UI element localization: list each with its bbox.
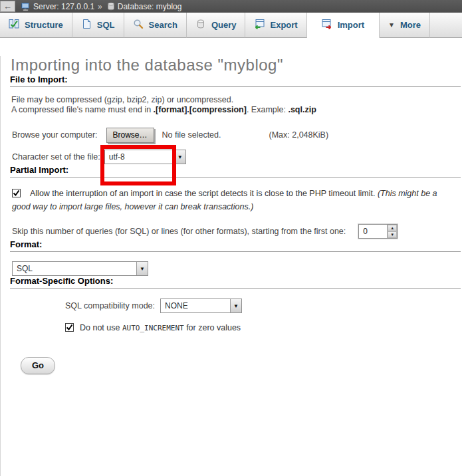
no-file-text: No file selected.	[162, 130, 221, 140]
structure-icon	[9, 19, 19, 31]
chevron-down-icon: ▼	[388, 21, 395, 29]
sql-compatibility-value: NONE	[161, 299, 230, 312]
back-arrow-icon: ←	[3, 2, 12, 11]
tab-label: Import	[338, 20, 364, 30]
phpmyadmin-import-page: ← Server: 127.0.0.1 » Database: myblog S…	[0, 0, 462, 476]
tab-label: Structure	[25, 20, 63, 30]
tab-label: Export	[270, 20, 297, 30]
breadcrumb-server[interactable]: Server: 127.0.0.1	[33, 2, 94, 11]
page-title: Importing into the database "myblog"	[11, 56, 462, 74]
tab-query[interactable]: Query	[187, 13, 246, 38]
section-format-specific-options: Format-Specific Options:	[10, 276, 461, 289]
tab-label: Search	[149, 20, 177, 30]
note-format-pattern: .[format].[compression]	[154, 105, 247, 114]
server-icon	[21, 2, 31, 11]
breadcrumb-bar: ← Server: 127.0.0.1 » Database: myblog	[0, 0, 462, 13]
charset-select[interactable]: utf-8 ▼	[104, 150, 186, 164]
dropdown-arrow-icon: ▼	[136, 262, 148, 275]
tab-bar-filler	[430, 13, 462, 38]
tab-label: SQL	[97, 20, 115, 30]
auto-increment-checkbox[interactable]	[65, 323, 74, 332]
tab-more[interactable]: ▼ More	[380, 13, 430, 38]
format-select[interactable]: SQL ▼	[12, 261, 148, 276]
note-line2-mid: . Example:	[247, 105, 289, 114]
sql-compatibility-select[interactable]: NONE ▼	[160, 298, 242, 313]
skip-queries-input[interactable]: 0 ▲ ▼	[358, 224, 398, 239]
note-line2-prefix: A compressed file's name must end in	[11, 105, 154, 114]
dropdown-arrow-icon: ▼	[174, 150, 185, 164]
charset-selected-value: utf-8	[105, 150, 174, 164]
tab-structure[interactable]: Structure	[0, 13, 72, 38]
note-line1: File may be compressed (gzip, bzip2, zip…	[11, 95, 233, 104]
database-icon	[107, 2, 115, 11]
back-button[interactable]: ←	[0, 1, 15, 12]
browse-button[interactable]: Browse…	[106, 128, 154, 143]
browse-row: Browse your computer: Browse… No file se…	[12, 126, 462, 144]
breadcrumb-database[interactable]: Database: myblog	[118, 2, 182, 11]
breadcrumb-separator: »	[98, 2, 102, 11]
tab-label: More	[400, 20, 421, 30]
spinner-buttons: ▲ ▼	[387, 225, 397, 238]
partial-import-option: Allow the interruption of an import in c…	[12, 187, 450, 213]
skip-queries-value: 0	[359, 225, 387, 238]
go-button[interactable]: Go	[21, 357, 55, 374]
tab-bar: Structure SQL Search Query Export	[0, 13, 462, 38]
compression-note: File may be compressed (gzip, bzip2, zip…	[11, 95, 449, 115]
tab-export[interactable]: Export	[245, 13, 306, 38]
max-size-text: (Max: 2,048KiB)	[269, 130, 328, 140]
format-selected-value: SQL	[13, 262, 136, 275]
tab-sql[interactable]: SQL	[72, 13, 124, 38]
spinner-down-icon[interactable]: ▼	[388, 231, 397, 238]
sql-icon	[81, 19, 92, 31]
dropdown-arrow-icon: ▼	[230, 299, 241, 312]
section-partial-import: Partial Import:	[10, 165, 461, 178]
sql-compatibility-row: SQL compatibility mode: NONE ▼	[65, 298, 462, 314]
skip-label: Skip this number of queries (for SQL) or…	[12, 227, 346, 236]
tab-search[interactable]: Search	[124, 13, 187, 38]
auto-increment-suffix: for zero values	[184, 323, 241, 332]
sql-compatibility-label: SQL compatibility mode:	[65, 301, 155, 310]
main-content: Importing into the database "myblog" Fil…	[0, 56, 462, 476]
auto-increment-keyword: AUTO_INCREMENT	[122, 324, 184, 332]
search-icon	[133, 19, 144, 31]
query-icon	[195, 19, 206, 31]
skip-row: Skip this number of queries (for SQL) or…	[12, 223, 462, 239]
tab-label: Query	[211, 20, 237, 30]
section-format: Format:	[10, 239, 461, 252]
charset-row: Character set of the file: utf-8 ▼	[12, 149, 462, 165]
note-example: .sql.zip	[288, 105, 316, 114]
import-icon	[322, 19, 332, 31]
charset-label: Character set of the file:	[12, 152, 100, 162]
allow-interruption-checkbox[interactable]	[12, 189, 21, 197]
browse-label: Browse your computer:	[12, 130, 98, 140]
auto-increment-prefix: Do not use	[80, 323, 122, 332]
auto-increment-row: Do not use AUTO_INCREMENT for zero value…	[65, 323, 462, 336]
spinner-up-icon[interactable]: ▲	[388, 225, 397, 231]
allow-interruption-text: Allow the interruption of an import in c…	[30, 189, 378, 198]
export-icon	[254, 19, 265, 31]
section-file-to-import: File to Import:	[10, 74, 461, 87]
tab-import[interactable]: Import	[307, 13, 380, 38]
